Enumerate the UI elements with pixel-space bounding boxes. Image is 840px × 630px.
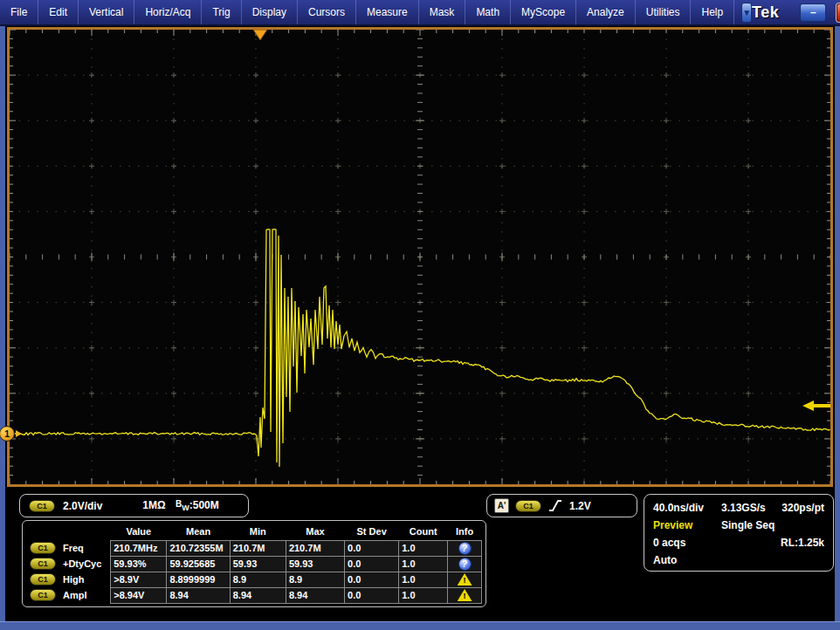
channel1-badge: C1: [30, 558, 56, 570]
measurement-stdev: 0.0: [345, 587, 399, 603]
waveform-display[interactable]: 1: [7, 27, 833, 487]
measurement-name: Freq: [63, 543, 84, 553]
measurement-min: 210.7M: [230, 540, 286, 556]
menu-item-analyze[interactable]: Analyze: [576, 0, 636, 24]
measurement-min: 8.9: [230, 572, 286, 587]
menu-item-display[interactable]: Display: [242, 0, 298, 24]
measurement-min: 59.93: [230, 556, 286, 572]
measurement-mean: 8.8999999: [167, 572, 230, 587]
measurement-mean: 59.925685: [167, 556, 230, 572]
column-header-mean: Mean: [167, 523, 230, 540]
measurement-count: 1.0: [399, 572, 448, 587]
minimize-button[interactable]: –: [800, 3, 826, 22]
measurement-header-row: ValueMeanMinMaxSt DevCountInfo: [26, 523, 482, 540]
measurement-stdev: 0.0: [345, 572, 399, 587]
measurement-max: 8.94: [286, 587, 344, 603]
channel1-marker-arrow-icon: [16, 430, 22, 437]
column-header-value: Value: [111, 523, 167, 540]
menu-item-mask[interactable]: Mask: [419, 0, 466, 24]
menu-item-myscope[interactable]: MyScope: [511, 0, 576, 24]
menu-item-vertical[interactable]: Vertical: [79, 0, 134, 24]
menu-items: FileEditVerticalHoriz/AcqTrigDisplayCurs…: [0, 0, 734, 24]
measurement-name: Ampl: [63, 590, 87, 600]
close-button[interactable]: X: [837, 3, 840, 22]
measurement-min: 8.94: [230, 587, 286, 603]
horizontal-status-box[interactable]: 40.0ns/div 3.13GS/s 320ps/pt Preview Sin…: [644, 494, 834, 572]
menu-item-trig[interactable]: Trig: [202, 0, 241, 24]
trigger-level-value: 1.2V: [569, 500, 591, 512]
menu-bar: FileEditVerticalHoriz/AcqTrigDisplayCurs…: [0, 0, 840, 26]
trigger-source-badge: A': [494, 498, 509, 513]
measurement-value: >8.9V: [111, 572, 167, 587]
measurement-mean: 8.94: [167, 587, 230, 603]
menu-item-file[interactable]: File: [0, 0, 38, 24]
measurement-value: 59.93%: [111, 556, 167, 572]
column-header-info: Info: [448, 523, 482, 540]
measurement-value: >8.94V: [111, 587, 167, 603]
bw-value: :500M: [189, 499, 219, 511]
menu-item-cursors[interactable]: Cursors: [298, 0, 356, 24]
measurement-row-freq[interactable]: C1Freq210.7MHz210.72355M210.7M210.7M0.01…: [26, 540, 482, 556]
measurement-name: High: [63, 574, 84, 585]
menu-item-horiz-acq[interactable]: Horiz/Acq: [134, 0, 202, 24]
channel-status-box[interactable]: C1 2.0V/div 1MΩ BW:500M: [19, 494, 249, 517]
menu-item-edit[interactable]: Edit: [38, 0, 79, 24]
bw-label-w: W: [182, 503, 189, 512]
channel1-badge: C1: [30, 573, 56, 585]
measurement-name: +DtyCyc: [63, 558, 101, 569]
menu-overflow-button[interactable]: ▼: [741, 3, 752, 23]
measurement-count: 1.0: [399, 587, 448, 603]
measurement-max: 210.7M: [286, 540, 344, 556]
measurement-row-high[interactable]: C1High>8.9V8.89999998.98.90.01.0!: [26, 572, 482, 587]
warning-icon[interactable]: !: [458, 573, 472, 585]
trigger-mode: Auto: [653, 554, 677, 566]
channel-scale: 2.0V/div: [63, 500, 102, 512]
measurement-stdev: 0.0: [345, 540, 399, 556]
column-header-max: Max: [286, 523, 344, 540]
channel-coupling: 1MΩ BW:500M: [142, 499, 218, 512]
column-header-count: Count: [399, 523, 448, 540]
acquisition-mode: Single Seq: [721, 519, 824, 531]
tek-logo: Tek: [752, 3, 779, 22]
warning-icon[interactable]: !: [458, 589, 472, 601]
trigger-position-marker[interactable]: [253, 30, 267, 40]
measurement-value: 210.7MHz: [111, 540, 167, 556]
measurement-readout-panel[interactable]: ValueMeanMinMaxSt DevCountInfo C1Freq210…: [22, 520, 486, 607]
measurement-row-dtycyc[interactable]: C1+DtyCyc59.93%59.92568559.9359.930.01.0…: [26, 556, 482, 572]
channel1-badge: C1: [29, 500, 55, 512]
column-header-min: Min: [230, 523, 286, 540]
menu-item-help[interactable]: Help: [691, 0, 734, 24]
sample-rate-value: 3.13GS/s: [721, 502, 781, 514]
channel1-badge: C1: [30, 542, 56, 554]
trigger-status-box[interactable]: A' C1 1.2V: [486, 494, 637, 517]
menu-item-utilities[interactable]: Utilities: [636, 0, 692, 24]
resolution-value: 320ps/pt: [781, 502, 824, 514]
column-header-st-dev: St Dev: [345, 523, 399, 540]
scope-application-window: FileEditVerticalHoriz/AcqTrigDisplayCurs…: [0, 0, 840, 630]
question-info-icon[interactable]: ?: [458, 558, 472, 571]
measurement-table: ValueMeanMinMaxSt DevCountInfo C1Freq210…: [26, 523, 482, 604]
menubar-right: Tek – X: [752, 0, 840, 24]
measurement-max: 59.93: [286, 556, 344, 572]
measurement-stdev: 0.0: [345, 556, 399, 572]
measurement-max: 8.9: [286, 572, 344, 587]
trigger-channel-badge: C1: [515, 500, 541, 512]
timebase-value: 40.0ns/div: [653, 502, 721, 514]
measurement-row-ampl[interactable]: C1Ampl>8.94V8.948.948.940.01.0!: [26, 587, 482, 603]
preview-status: Preview: [653, 519, 721, 531]
trigger-level-arrow[interactable]: [802, 401, 830, 411]
menu-item-math[interactable]: Math: [465, 0, 511, 24]
window-frame-bottom: [0, 621, 840, 630]
acquisition-count: 0 acqs: [653, 537, 781, 549]
rising-edge-icon: [547, 498, 563, 513]
scope-graticule: [10, 30, 830, 484]
menu-item-measure[interactable]: Measure: [356, 0, 419, 24]
channel1-badge: C1: [30, 589, 56, 601]
chevron-down-icon: ▼: [742, 8, 751, 17]
measurement-count: 1.0: [399, 540, 448, 556]
measurement-count: 1.0: [399, 556, 448, 572]
question-info-icon[interactable]: ?: [458, 542, 472, 555]
measurement-mean: 210.72355M: [167, 540, 230, 556]
record-length: RL:1.25k: [781, 537, 824, 549]
impedance-value: 1MΩ: [142, 499, 165, 511]
